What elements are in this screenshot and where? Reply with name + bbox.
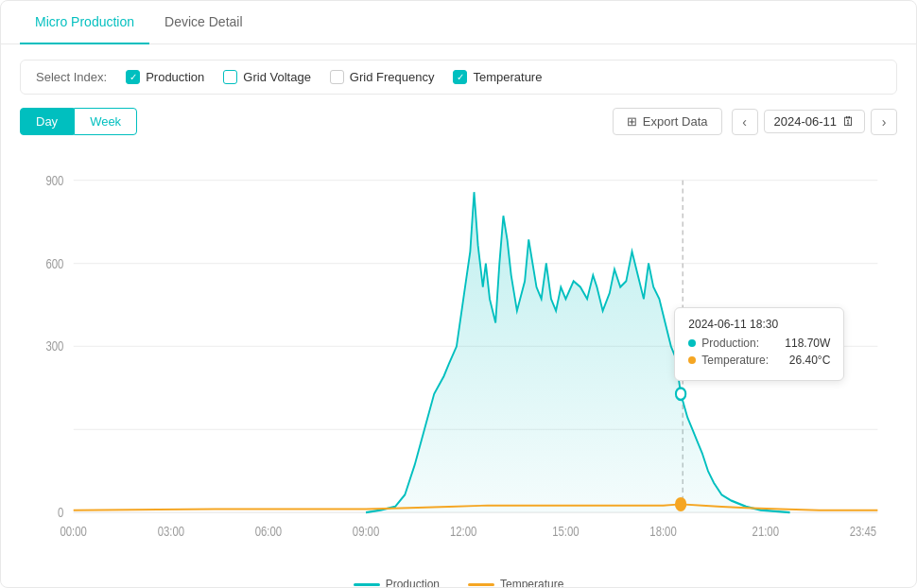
prev-date-button[interactable]: ‹ — [732, 109, 758, 135]
week-button[interactable]: Week — [74, 108, 137, 135]
tooltip-temperature-value: 26.40°C — [789, 354, 831, 367]
svg-text:21:00: 21:00 — [753, 525, 779, 539]
legend-temperature-line — [468, 583, 494, 586]
right-toolbar: ⊞ Export Data ‹ 2024-06-11 🗓 › — [613, 108, 897, 135]
svg-text:600: 600 — [45, 257, 63, 271]
tooltip-temperature-label: Temperature: — [701, 354, 769, 367]
chart-legend: Production Temperature — [20, 578, 897, 588]
export-label: Export Data — [643, 114, 708, 129]
checkbox-temperature-box — [453, 70, 467, 84]
toolbar: Day Week ⊞ Export Data ‹ 2024-06-11 🗓 › — [20, 108, 897, 135]
tab-device-detail-label: Device Detail — [164, 14, 242, 29]
export-icon: ⊞ — [627, 114, 637, 129]
checkbox-grid-frequency[interactable]: Grid Frequency — [330, 70, 435, 84]
tooltip-row-temperature: Temperature: 26.40°C — [688, 354, 830, 367]
checkbox-temperature[interactable]: Temperature — [453, 70, 542, 84]
legend-production-line — [354, 583, 380, 586]
svg-text:300: 300 — [45, 339, 63, 354]
tab-bar: Micro Production Device Detail — [1, 1, 916, 44]
date-text: 2024-06-11 — [774, 114, 838, 129]
chart-area: 900 600 300 0 00:00 03:00 06:00 09:00 12… — [20, 145, 897, 572]
checkbox-grid-voltage-box — [223, 70, 237, 84]
app-container: Micro Production Device Detail Select In… — [0, 0, 917, 588]
legend-temperature-label: Temperature — [500, 578, 563, 588]
checkbox-production-label: Production — [146, 70, 204, 84]
checkbox-production-box — [126, 70, 140, 84]
checkbox-grid-frequency-label: Grid Frequency — [350, 70, 435, 84]
tab-micro-production[interactable]: Micro Production — [20, 1, 149, 44]
tooltip-dot-temperature — [676, 498, 685, 510]
tooltip-production-value: 118.70W — [785, 337, 830, 350]
index-selector: Select Index: Production Grid Voltage Gr… — [20, 60, 897, 95]
tooltip-production-label: Production: — [701, 337, 759, 350]
checkbox-grid-voltage[interactable]: Grid Voltage — [223, 70, 311, 84]
period-selector: Day Week — [20, 108, 137, 135]
tooltip-title: 2024-06-11 18:30 — [688, 318, 830, 331]
checkbox-production[interactable]: Production — [126, 70, 204, 84]
next-date-button[interactable]: › — [871, 109, 897, 135]
date-nav: ‹ 2024-06-11 🗓 › — [732, 109, 898, 135]
tab-device-detail[interactable]: Device Detail — [149, 1, 257, 44]
svg-text:06:00: 06:00 — [255, 525, 282, 539]
day-button[interactable]: Day — [20, 108, 74, 135]
index-selector-label: Select Index: — [36, 70, 107, 84]
svg-text:09:00: 09:00 — [353, 525, 379, 539]
legend-temperature: Temperature — [468, 578, 563, 588]
svg-text:18:00: 18:00 — [649, 525, 676, 539]
checkbox-grid-frequency-box — [330, 70, 344, 84]
svg-text:900: 900 — [45, 174, 63, 188]
date-display: 2024-06-11 🗓 — [764, 110, 866, 133]
tab-micro-production-label: Micro Production — [35, 14, 134, 29]
svg-text:15:00: 15:00 — [552, 525, 579, 539]
legend-production: Production — [354, 578, 440, 588]
tooltip-dot-prod — [688, 339, 696, 347]
tooltip-dot-production — [676, 388, 685, 400]
checkbox-grid-voltage-label: Grid Voltage — [243, 70, 311, 84]
chart-wrapper: 900 600 300 0 00:00 03:00 06:00 09:00 12… — [20, 145, 897, 572]
svg-text:03:00: 03:00 — [158, 525, 184, 539]
export-button[interactable]: ⊞ Export Data — [613, 108, 722, 135]
svg-text:23:45: 23:45 — [850, 525, 876, 539]
chart-tooltip: 2024-06-11 18:30 Production: 118.70W Tem… — [674, 307, 844, 381]
main-content: Select Index: Production Grid Voltage Gr… — [1, 44, 916, 587]
legend-production-label: Production — [386, 578, 440, 588]
checkbox-temperature-label: Temperature — [473, 70, 542, 84]
tooltip-dot-temp — [688, 356, 696, 364]
svg-text:00:00: 00:00 — [61, 525, 87, 539]
calendar-icon[interactable]: 🗓 — [842, 114, 855, 129]
tooltip-row-production: Production: 118.70W — [688, 337, 830, 350]
svg-text:0: 0 — [58, 506, 63, 520]
svg-text:12:00: 12:00 — [450, 525, 476, 539]
